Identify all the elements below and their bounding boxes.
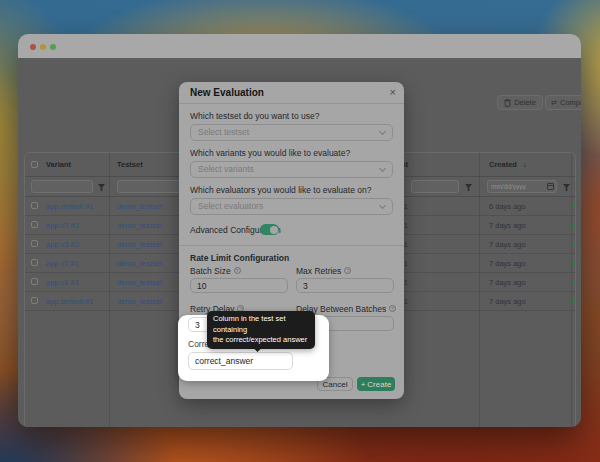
created-cell: 7 days ago [489,273,526,292]
created-cell: 7 days ago [489,216,526,235]
variant-filter-input[interactable] [31,180,93,193]
row-checkbox[interactable] [31,278,38,285]
correct-answer-column-input[interactable] [188,352,293,370]
clipped-green-cell [572,224,575,227]
created-cell: 7 days ago [489,292,526,311]
created-column-header[interactable]: Created [489,153,517,177]
testset-link[interactable]: demo_testset [117,197,162,216]
tooltip-line2: the correct/expected answer [213,335,309,346]
chevron-down-icon [379,128,386,135]
testset-link[interactable]: demo_testset [117,292,162,311]
tooltip: Column in the test set containing the co… [207,311,315,349]
row-checkbox[interactable] [31,297,38,304]
question-circle-icon[interactable]: ? [389,305,396,312]
evaluators-question-label: Which evaluators you would like to evalu… [190,185,371,195]
row-checkbox[interactable] [31,259,38,266]
create-button[interactable]: + Create [357,377,395,391]
filter-funnel-icon[interactable] [563,184,570,191]
max-retries-label: Max Retries? [296,266,351,276]
testset-select[interactable]: Select testset [190,124,393,141]
clipped-green-cell [572,243,575,246]
question-circle-icon[interactable]: ? [344,267,351,274]
calendar-icon[interactable] [547,183,554,190]
compare-button-label: Compare [560,98,581,107]
rate-limit-title: Rate Limit Configuration [190,253,289,263]
filter-funnel-icon[interactable] [465,184,472,191]
close-icon[interactable]: × [390,85,396,99]
evaluators-select-placeholder: Select evaluators [198,199,263,214]
advanced-configuration-toggle[interactable] [260,224,279,235]
variant-link[interactable]: app.default #1 [46,292,94,311]
testset-link[interactable]: demo_testset [117,216,162,235]
row-checkbox[interactable] [31,202,38,209]
window-titlebar[interactable] [18,34,581,58]
select-all-checkbox[interactable] [31,161,38,168]
testset-link[interactable]: demo_testset [117,273,162,292]
toggle-knob [270,226,278,234]
row-checkbox[interactable] [31,240,38,247]
zoom-window-button[interactable] [50,44,56,50]
tooltip-line1: Column in the test set containing [213,314,309,335]
clipped-green-cell [572,205,575,208]
variants-select-placeholder: Select variants [198,162,254,177]
compare-icon: ⇄ [551,99,557,106]
max-retries-input[interactable] [296,278,394,293]
divider [179,103,404,104]
clipped-green-cell [572,262,575,265]
row-checkbox[interactable] [31,221,38,228]
variant-link[interactable]: app.v3 #3 [46,216,79,235]
testset-column-header[interactable]: Testset [117,153,143,177]
question-circle-icon[interactable]: ? [234,267,241,274]
minimize-window-button[interactable] [40,44,46,50]
filter-funnel-icon[interactable] [98,184,105,191]
create-button-label: Create [367,380,391,389]
variants-select[interactable]: Select variants [190,161,393,178]
created-cell: 7 days ago [489,254,526,273]
delete-button-label: Delete [514,98,536,107]
testset-select-placeholder: Select testset [198,125,249,140]
batch-size-label: Batch Size? [190,266,241,276]
variant-link[interactable]: app.v2 #1 [46,254,79,273]
chevron-down-icon [379,165,386,172]
variant-link[interactable]: app.v1 #1 [46,273,79,292]
evaluators-select[interactable]: Select evaluators [190,198,393,215]
modal-title: New Evaluation [190,82,264,103]
created-cell: 7 days ago [489,235,526,254]
variant-column-header[interactable]: Variant [46,153,71,177]
variant-link[interactable]: app.default #1 [46,197,94,216]
clipped-green-cell [572,281,575,284]
tooltip-arrow [254,344,261,351]
cost-filter-input[interactable] [411,180,459,193]
variants-question-label: Which variants you would like to evaluat… [190,148,350,158]
testset-link[interactable]: demo_testset [117,235,162,254]
sort-descending-icon[interactable]: ↓ [523,153,527,177]
plus-icon: + [361,380,366,389]
created-cell: 6 days ago [489,197,526,216]
testset-link[interactable]: demo_testset [117,254,162,273]
trash-icon [504,99,511,107]
chevron-down-icon [379,202,386,209]
compare-button[interactable]: ⇄ Compare [545,95,581,110]
divider [179,245,404,246]
desktop-wallpaper: Delete ⇄ Compare Variant Testset Total C… [0,0,600,462]
testset-question-label: Which testset do you want to use? [190,111,319,121]
tour-spotlight: Correct Answer Column? Column in the tes… [178,315,329,381]
batch-size-input[interactable] [190,278,288,293]
delete-button[interactable]: Delete [497,95,543,110]
close-window-button[interactable] [30,44,36,50]
clipped-green-cell [572,300,575,303]
variant-link[interactable]: app.v3 #2 [46,235,79,254]
cancel-button-label: Cancel [323,380,348,389]
